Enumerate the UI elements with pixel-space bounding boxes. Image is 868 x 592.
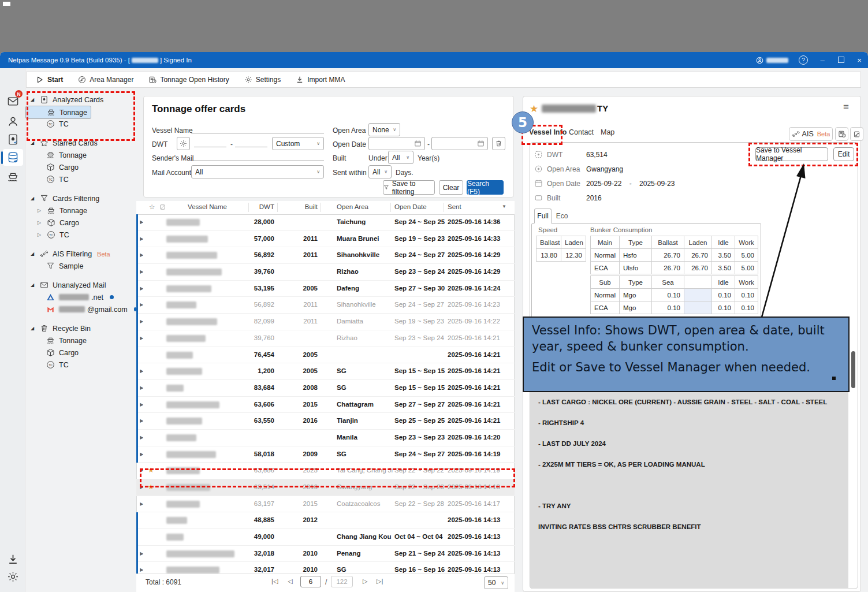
- table-row[interactable]: ▶28,000TaichungSep 24 ~ Sep 252025-09-16…: [136, 214, 515, 231]
- expand-row-icon[interactable]: ▶: [140, 468, 143, 473]
- expand-row-icon[interactable]: ▶: [140, 302, 143, 307]
- sidebar-item-tc[interactable]: TCTC: [25, 118, 136, 130]
- expanded-triangle-icon[interactable]: ◢: [31, 140, 36, 146]
- sidebar-item-tonnage[interactable]: Tonnage: [25, 149, 136, 161]
- area-manager-button[interactable]: Area Manager: [78, 76, 133, 84]
- expand-row-icon[interactable]: ▶: [140, 485, 143, 490]
- search-button[interactable]: Search (F5): [467, 180, 504, 195]
- sidebar-item-tonnage[interactable]: ▷Tonnage: [25, 204, 136, 217]
- contacts-nav-icon[interactable]: [7, 116, 19, 128]
- expand-row-icon[interactable]: ▶: [140, 319, 143, 324]
- last-page-button[interactable]: ▷|: [377, 578, 383, 585]
- sidebar-item-tonnage[interactable]: Tonnage: [25, 334, 136, 347]
- table-row[interactable]: ▶56,8922011SihanohkvilleSep 24 ~ Sep 272…: [136, 297, 515, 314]
- expand-row-icon[interactable]: ▶: [140, 269, 143, 274]
- close-button[interactable]: ×: [855, 56, 863, 65]
- sidebar-item-tc[interactable]: ▷TCTC: [25, 229, 136, 241]
- mail-account-select[interactable]: All∨: [191, 165, 324, 178]
- panel-menu-icon[interactable]: ≡: [843, 102, 849, 113]
- sidebar-item-cargo[interactable]: Cargo: [25, 347, 136, 359]
- save-to-filtering-button[interactable]: Save to filtering: [383, 180, 435, 195]
- table-row[interactable]: ▶39,760RizhaoSep 23 ~ Sep 242025-09-16 1…: [136, 264, 515, 281]
- sidebar-item-mail-account[interactable]: .net: [25, 291, 136, 303]
- expanded-triangle-icon[interactable]: ◢: [31, 251, 36, 256]
- analyzed-db-nav-icon[interactable]: [7, 151, 19, 163]
- expanded-triangle-icon[interactable]: ◢: [31, 282, 36, 288]
- expand-row-icon[interactable]: ▶: [140, 435, 143, 440]
- settings-nav-icon[interactable]: [7, 571, 19, 583]
- sidebar-section-analyzed-cards[interactable]: ◢Analyzed Cards: [25, 94, 136, 106]
- sidebar-item-tc[interactable]: TCTC: [25, 359, 136, 371]
- dwt-max-input[interactable]: [235, 137, 267, 147]
- tonnage-open-history-button[interactable]: Tonnage Open History: [148, 76, 229, 84]
- collapsed-triangle-icon[interactable]: ▷: [38, 220, 43, 225]
- sent-filter-icon[interactable]: ▼: [502, 204, 506, 209]
- sidebar-item-mail-account[interactable]: @gmail.com: [25, 303, 136, 315]
- expand-row-icon[interactable]: ▶: [140, 252, 143, 258]
- dwt-range-type-select[interactable]: Custom∨: [272, 137, 324, 150]
- sidebar-section-recycle-bin[interactable]: ◢Recycle Bin: [25, 322, 136, 334]
- expand-row-icon[interactable]: ▶: [140, 368, 143, 374]
- sidebar-item-tc[interactable]: TCTC: [25, 173, 136, 185]
- table-row[interactable]: ▶53,1952005DafengSep 27 ~ Sep 302025-09-…: [136, 281, 515, 297]
- subtab-full[interactable]: Full: [534, 208, 552, 224]
- first-page-button[interactable]: |◁: [271, 578, 278, 585]
- table-row[interactable]: ▶32,0182010PenangSep 21 ~ Sep 242025-09-…: [136, 546, 515, 563]
- table-row[interactable]: ▶58,0182009SGSep 24 ~ Sep 272025-09-16 1…: [136, 446, 515, 463]
- dwt-min-input[interactable]: [194, 137, 226, 147]
- scrollbar-thumb[interactable]: [851, 351, 855, 388]
- maximize-button[interactable]: [837, 56, 845, 65]
- page-input[interactable]: [300, 576, 321, 587]
- vessel-favorite-star-icon[interactable]: ★: [530, 103, 538, 115]
- vessel-nav-icon[interactable]: [7, 171, 19, 183]
- prev-page-button[interactable]: ◁: [288, 578, 292, 585]
- table-row[interactable]: ▶★63,6862025Tai Cang, Chang Jia...Sep 22…: [136, 463, 515, 479]
- table-row[interactable]: 48,88520122025-09-16 14:13: [136, 512, 515, 529]
- sent-within-select[interactable]: All∨: [368, 165, 392, 178]
- ais-button[interactable]: AIS Beta: [789, 127, 833, 141]
- sidebar-item-cargo[interactable]: ▷Cargo: [25, 217, 136, 229]
- table-row[interactable]: ▶63,6062015ChattagramSep 27 ~ Sep 272025…: [136, 397, 515, 414]
- settings-button[interactable]: Settings: [244, 76, 281, 84]
- table-row[interactable]: ▶ManilaSep 23 ~ Sep 232025-09-16 14:20: [136, 430, 515, 446]
- expand-row-icon[interactable]: ▶: [140, 452, 143, 457]
- open-date-to-input[interactable]: [431, 137, 488, 150]
- built-select[interactable]: All∨: [388, 151, 413, 164]
- subtab-eco[interactable]: Eco: [553, 208, 571, 224]
- senders-mail-input[interactable]: [191, 151, 324, 161]
- help-icon[interactable]: ?: [799, 55, 808, 65]
- expanded-triangle-icon[interactable]: ◢: [31, 97, 36, 102]
- expand-row-icon[interactable]: ▶: [140, 551, 143, 556]
- sidebar-item-cargo[interactable]: Cargo: [25, 161, 136, 173]
- dwt-settings-button[interactable]: [177, 137, 190, 150]
- sidebar-item-sample[interactable]: Sample: [25, 260, 136, 272]
- page-size-select[interactable]: 50∨: [484, 576, 508, 589]
- expanded-triangle-icon[interactable]: ◢: [31, 196, 36, 201]
- expand-row-icon[interactable]: ▶: [140, 236, 143, 241]
- expand-row-icon[interactable]: ▶: [140, 418, 143, 423]
- table-row[interactable]: 76,45420052025-09-16 14:21: [136, 347, 515, 364]
- table-row[interactable]: ▶63,1972015CoatzacoalcosSep 22 ~ Sep 282…: [136, 496, 515, 513]
- vessel-name-input[interactable]: [191, 123, 324, 133]
- next-page-button[interactable]: ▷: [363, 578, 367, 585]
- minimize-button[interactable]: –: [818, 56, 826, 65]
- import-mma-button[interactable]: Import MMA: [296, 76, 345, 84]
- starred-icon[interactable]: ★: [148, 483, 154, 491]
- edit-button[interactable]: Edit: [833, 147, 854, 161]
- open-date-from-input[interactable]: [368, 137, 425, 150]
- table-row[interactable]: ▶82,0992011DamiattaSep 19 ~ Sep 232025-0…: [136, 314, 515, 330]
- table-row[interactable]: ▶56,8922011SihanohkvilleSep 24 ~ Sep 272…: [136, 247, 515, 264]
- open-area-select[interactable]: None∨: [368, 123, 400, 136]
- export-nav-icon[interactable]: [7, 553, 19, 565]
- tab-vessel-info[interactable]: Vessel Info: [529, 128, 567, 136]
- sidebar-section-starred-cards[interactable]: ◢Starred Cards: [25, 137, 136, 149]
- sidebar-section-unanalyzed-mail[interactable]: ◢Unanalyzed Mail: [25, 279, 136, 291]
- table-row[interactable]: ▶1,2002005SGSep 15 ~ Sep 152025-09-16 14…: [136, 363, 515, 380]
- clear-dates-button[interactable]: [492, 137, 505, 150]
- table-header[interactable]: ☆ Vessel Name DWT Built Open Area Open D…: [136, 201, 515, 215]
- tab-contact[interactable]: Contact: [569, 128, 594, 136]
- collapsed-triangle-icon[interactable]: ▷: [38, 208, 43, 213]
- table-row[interactable]: ▶63,5502016TianjinSep 25 ~ Sep 252025-09…: [136, 413, 515, 430]
- sidebar-section-cards-filtering[interactable]: ◢Cards Filtering: [25, 192, 136, 204]
- table-row[interactable]: 49,000Chang Jiang KouOct 04 ~ Oct 042025…: [136, 529, 515, 546]
